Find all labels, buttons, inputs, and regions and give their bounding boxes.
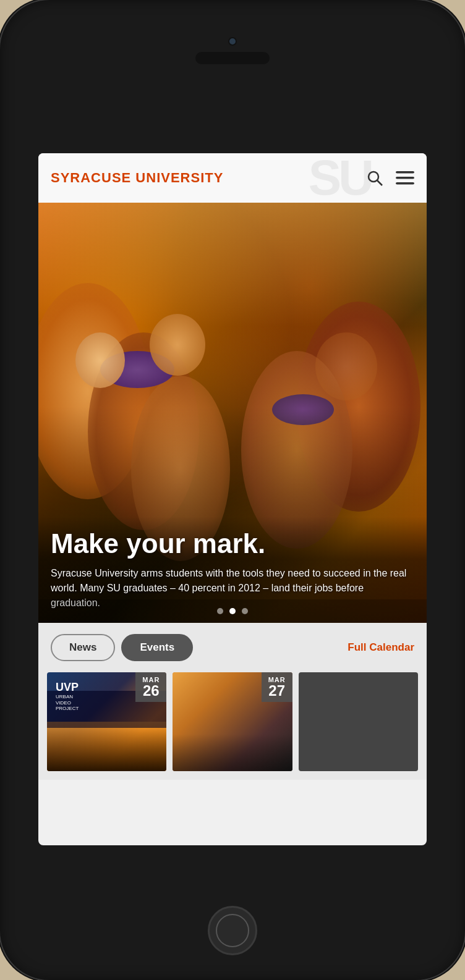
svg-line-1 [377,180,382,185]
hero-dots [38,599,427,623]
card-2-date: MAR 27 [262,672,292,702]
cards-section: UVP URBAN VIDEO PROJECT MAR 26 MAR 27 [38,672,427,780]
full-calendar-link[interactable]: Full Calendar [348,641,414,654]
phone-top-bar [195,37,270,64]
header-icons [366,169,414,187]
university-logo: SYRACUSE UNIVERSITY [51,170,223,186]
phone-screen: SU SYRACUSE UNIVERSITY [38,153,427,845]
camera [228,37,237,46]
dot-3[interactable] [242,608,248,614]
news-tab[interactable]: News [51,634,115,661]
svg-rect-2 [396,171,414,174]
events-tab[interactable]: Events [121,634,193,661]
event-card-1[interactable]: UVP URBAN VIDEO PROJECT MAR 26 [47,672,166,771]
home-button[interactable] [208,906,257,955]
svg-rect-3 [396,177,414,179]
phone-frame: SU SYRACUSE UNIVERSITY [0,0,465,980]
event-card-2[interactable]: MAR 27 [173,672,292,771]
speaker [195,52,270,64]
app-header: SU SYRACUSE UNIVERSITY [38,153,427,203]
card-1-org-subtitle: URBAN VIDEO PROJECT [56,694,79,712]
card-1-org: UVP URBAN VIDEO PROJECT [56,681,79,712]
event-card-3-partial [299,672,418,771]
menu-button[interactable] [396,171,414,185]
dot-1[interactable] [217,608,223,614]
hamburger-icon [396,171,414,185]
svg-rect-4 [396,182,414,185]
hero-section: Make your mark. Syracuse University arms… [38,203,427,623]
hero-title: Make your mark. [51,529,414,559]
tabs-section: News Events Full Calendar [38,623,427,672]
card-1-date: MAR 26 [135,672,166,702]
dot-2[interactable] [229,608,236,614]
header-watermark: SU [309,153,371,203]
